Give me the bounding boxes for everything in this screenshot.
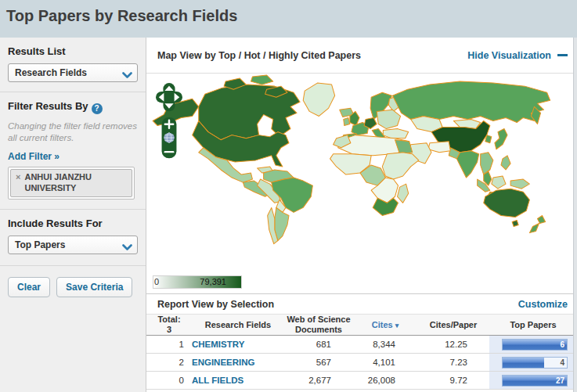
filter-results-label: Filter Results By? — [8, 100, 138, 114]
include-results-select[interactable]: Top Papers — [8, 236, 138, 254]
table-row: 1 CHEMISTRY 681 8,344 12.25 6 — [146, 336, 577, 354]
table-header: Total: 3 Research Fields Web of Science … — [146, 315, 577, 336]
top-papers-bar: 27 — [502, 375, 568, 387]
map-title: Map View by Top / Hot / Highly Cited Pap… — [157, 50, 467, 61]
row-rank: 0 — [146, 376, 192, 385]
save-criteria-button[interactable]: Save Criteria — [56, 277, 132, 297]
report-section-header: Report View by Selection Customize — [146, 293, 577, 315]
top-papers-cell: 4 — [489, 354, 577, 371]
field-link[interactable]: CHEMISTRY — [192, 340, 284, 349]
total-header: Total: 3 — [146, 315, 192, 334]
filter-results-label-text: Filter Results By — [8, 100, 88, 112]
include-results-value: Top Papers — [15, 239, 65, 250]
row-docs: 2,677 — [284, 376, 353, 385]
remove-filter-icon[interactable]: × — [16, 172, 20, 194]
chevron-down-icon — [122, 70, 132, 81]
map-legend-bar — [153, 275, 242, 289]
collapse-icon[interactable] — [557, 54, 568, 56]
top-papers-value: 4 — [560, 358, 564, 367]
bar-fill — [503, 358, 544, 368]
clear-button[interactable]: Clear — [8, 277, 50, 297]
col-cites-label: Cites — [372, 320, 393, 329]
results-list-value: Research Fields — [15, 67, 87, 78]
col-wos-documents: Web of Science Documents — [284, 315, 353, 334]
col-top-papers: Top Papers — [489, 320, 577, 330]
main-panel: Map View by Top / Hot / Highly Cited Pap… — [146, 38, 577, 392]
report-title: Report View by Selection — [157, 299, 518, 310]
top-papers-value: 6 — [560, 340, 564, 349]
top-papers-cell: 27 — [489, 372, 577, 389]
filter-chip[interactable]: × ANHUI JIANZHU UNIVERSITY — [10, 169, 132, 198]
world-map-view[interactable]: 0 79,391 — [146, 74, 577, 293]
active-filters-panel: × ANHUI JIANZHU UNIVERSITY — [8, 167, 135, 200]
globe-icon — [164, 133, 174, 143]
field-link[interactable]: ENGINEERING — [192, 358, 284, 367]
results-list-label: Results List — [8, 45, 138, 57]
table-row: 0 ALL FIELDS 2,677 26,008 9.72 27 — [146, 372, 577, 390]
sort-desc-icon: ▾ — [395, 322, 399, 329]
filter-results-section: Filter Results By? Changing the filter f… — [0, 92, 146, 209]
top-papers-value: 27 — [556, 376, 564, 385]
table-row: 2 ENGINEERING 567 4,101 7.23 4 — [146, 354, 577, 372]
row-cites: 8,344 — [353, 340, 417, 349]
row-docs: 567 — [284, 358, 353, 367]
row-rank: 1 — [146, 340, 192, 349]
map-pan-zoom-controls[interactable] — [156, 83, 182, 161]
filters-sidebar: Results List Research Fields Filter Resu… — [0, 38, 146, 392]
map-section-header: Map View by Top / Hot / Highly Cited Pap… — [146, 38, 577, 74]
row-cites: 26,008 — [353, 376, 417, 385]
filter-chip-label: ANHUI JIANZHU UNIVERSITY — [24, 172, 127, 194]
page-title: Top Papers by Research Fields — [6, 7, 577, 25]
total-label: Total: — [146, 315, 192, 325]
sidebar-buttons: Clear Save Criteria — [0, 265, 146, 297]
field-link[interactable]: ALL FIELDS — [192, 376, 284, 385]
hide-visualization-link[interactable]: Hide Visualization — [467, 50, 551, 61]
total-value: 3 — [146, 325, 192, 335]
include-results-label: Include Results For — [8, 218, 138, 229]
top-papers-bar: 6 — [502, 339, 568, 351]
legend-max-value: 79,391 — [200, 277, 226, 286]
row-cites-per-paper: 12.25 — [417, 340, 489, 349]
add-filter-link[interactable]: Add Filter » — [8, 151, 60, 162]
col-research-fields: Research Fields — [192, 320, 284, 330]
top-papers-cell: 6 — [489, 336, 577, 353]
results-list-select[interactable]: Research Fields — [8, 63, 138, 82]
row-cites: 4,101 — [353, 358, 417, 367]
customize-link[interactable]: Customize — [518, 299, 568, 310]
world-map[interactable] — [146, 74, 574, 271]
legend-min-value: 0 — [154, 277, 159, 286]
row-cites-per-paper: 7.23 — [417, 358, 489, 367]
bar-fill — [503, 340, 567, 350]
col-cites-sort[interactable]: Cites ▾ — [353, 320, 417, 330]
map-legend: 0 79,391 — [153, 275, 242, 289]
include-results-section: Include Results For Top Papers — [0, 209, 146, 264]
page-header: Top Papers by Research Fields — [0, 0, 577, 38]
help-icon[interactable]: ? — [92, 103, 103, 114]
row-cites-per-paper: 9.72 — [417, 376, 489, 385]
col-cites-per-paper: Cites/Paper — [417, 320, 489, 330]
filter-note: Changing the filter field removes all cu… — [8, 120, 138, 144]
top-papers-bar: 4 — [502, 357, 568, 369]
row-rank: 2 — [146, 358, 192, 367]
results-list-section: Results List Research Fields — [0, 38, 146, 92]
chevron-down-icon — [122, 243, 132, 254]
row-docs: 681 — [284, 340, 353, 349]
vertical-scrollbar[interactable] — [573, 38, 577, 392]
